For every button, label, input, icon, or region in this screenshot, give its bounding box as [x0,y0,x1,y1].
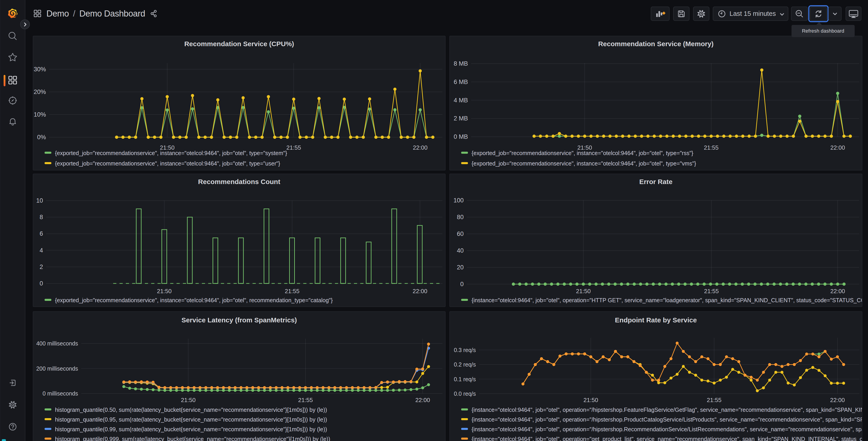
svg-text:21:50: 21:50 [576,288,591,295]
svg-text:22:00: 22:00 [830,288,845,295]
svg-text:10%: 10% [34,111,46,118]
svg-text:0: 0 [460,281,464,288]
svg-text:21:55: 21:55 [286,144,301,151]
svg-text:2: 2 [40,264,43,270]
svg-text:22:00: 22:00 [415,396,430,404]
svg-text:40: 40 [457,247,464,254]
svg-text:60: 60 [457,231,464,237]
svg-text:22:00: 22:00 [830,144,845,151]
svg-text:21:55: 21:55 [704,144,718,151]
svg-text:0.1 req/s: 0.1 req/s [454,376,476,382]
svg-text:4 MB: 4 MB [454,97,468,104]
svg-text:0: 0 [40,280,43,287]
svg-text:21:55: 21:55 [298,396,313,404]
svg-text:100: 100 [454,197,464,204]
svg-text:6 MB: 6 MB [454,79,468,85]
svg-text:0.2 req/s: 0.2 req/s [454,361,476,368]
svg-text:21:55: 21:55 [704,288,719,295]
svg-text:22:00: 22:00 [830,396,845,404]
svg-text:4: 4 [40,247,43,254]
svg-text:21:55: 21:55 [707,396,721,404]
svg-text:200 milliseconds: 200 milliseconds [36,365,78,372]
svg-text:21:50: 21:50 [181,396,195,404]
svg-text:400 milliseconds: 400 milliseconds [36,340,78,347]
svg-text:0 milliseconds: 0 milliseconds [42,390,78,396]
svg-text:20: 20 [457,264,464,271]
svg-text:30%: 30% [34,66,46,73]
svg-text:0 MB: 0 MB [454,133,468,140]
svg-text:0.3 req/s: 0.3 req/s [454,347,476,353]
svg-text:8 MB: 8 MB [454,60,468,67]
svg-text:22:00: 22:00 [413,144,428,151]
svg-text:80: 80 [457,214,464,220]
svg-text:0.0 req/s: 0.0 req/s [454,390,476,397]
svg-text:2 MB: 2 MB [454,115,468,122]
svg-text:10: 10 [36,197,43,204]
svg-text:22:00: 22:00 [412,288,427,295]
svg-text:6: 6 [40,230,43,237]
svg-text:21:50: 21:50 [157,288,172,295]
svg-text:0%: 0% [37,134,46,141]
svg-text:21:55: 21:55 [285,288,299,295]
svg-text:21:50: 21:50 [583,396,598,404]
svg-text:20%: 20% [34,89,46,95]
svg-text:8: 8 [40,214,43,220]
